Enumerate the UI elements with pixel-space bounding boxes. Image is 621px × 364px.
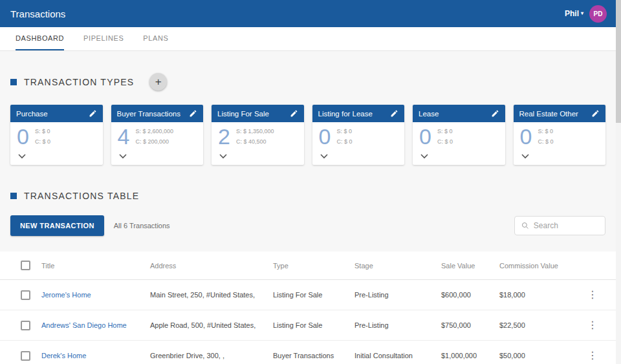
pencil-icon: [390, 109, 398, 118]
column-header-address: Address: [145, 252, 268, 280]
type-card-listing-for-lease: Listing for Lease 0 S: $ 0 C: $ 0: [312, 105, 405, 165]
card-body: 4 S: $ 2,600,000 C: $ 200,000: [111, 122, 204, 165]
cell-sale-value: $750,000: [436, 310, 494, 341]
commission-total: C: $ 0: [336, 138, 352, 145]
commission-total: C: $ 0: [538, 138, 553, 145]
kebab-icon: ⋮: [587, 319, 598, 330]
expand-card-button[interactable]: [18, 154, 26, 159]
cell-sale-value: $600,000: [436, 280, 494, 310]
column-header-type: Type: [268, 252, 349, 280]
type-values: S: $ 0 C: $ 0: [35, 127, 50, 147]
card-title: Purchase: [16, 110, 48, 118]
tab-dashboard[interactable]: DASHBOARD: [16, 27, 64, 50]
table-header-row: Title Address Type Stage Sale Value Comm…: [0, 252, 616, 280]
search-input[interactable]: [534, 221, 598, 230]
page: Transactions Phil ▾ PD DASHBOARD PIPELIN…: [0, 0, 616, 364]
kebab-icon: ⋮: [587, 289, 598, 300]
transaction-title-link[interactable]: Jerome's Home: [41, 291, 91, 299]
sale-total: S: $ 0: [538, 128, 553, 134]
edit-button[interactable]: [491, 109, 499, 118]
sale-total: S: $ 0: [336, 128, 352, 134]
type-values: S: $ 0 C: $ 0: [336, 127, 352, 147]
transaction-types-header: TRANSACTION TYPES +: [0, 51, 616, 91]
commission-total: C: $ 200,000: [135, 138, 169, 145]
sale-total: S: $ 0: [437, 128, 453, 134]
transactions-table-header: TRANSACTIONS TABLE: [0, 165, 616, 201]
scrollbar-thumb[interactable]: [616, 0, 621, 123]
expand-card-button[interactable]: [521, 154, 529, 159]
commission-total: C: $ 40,500: [236, 138, 267, 145]
cell-stage: Initial Consultation: [349, 341, 436, 364]
transaction-types-title: TRANSACTION TYPES: [24, 77, 134, 87]
cell-type: Listing For Sale: [268, 310, 349, 341]
type-values: S: $ 0 C: $ 0: [538, 127, 553, 147]
table-row: Derek's Home Greenbrier Drive, 300, , Bu…: [0, 341, 616, 364]
avatar[interactable]: PD: [589, 5, 607, 23]
transaction-title-link[interactable]: Andrews' San Diego Home: [41, 321, 127, 329]
transactions-table: Title Address Type Stage Sale Value Comm…: [0, 252, 616, 364]
edit-button[interactable]: [89, 109, 97, 118]
cell-address: Apple Road, 500, #United States,: [145, 310, 268, 341]
app-bar: Transactions Phil ▾ PD: [0, 0, 616, 27]
card-body: 0 S: $ 0 C: $ 0: [514, 122, 606, 165]
type-count: 0: [419, 124, 431, 149]
card-header: Listing For Sale: [212, 105, 304, 122]
chevron-down-icon: [320, 154, 328, 159]
sale-total: S: $ 2,600,000: [135, 128, 173, 134]
type-count: 0: [17, 124, 29, 149]
row-menu-button[interactable]: ⋮: [585, 350, 600, 361]
card-title: Buyer Transactions: [117, 110, 180, 118]
search-icon: [521, 221, 529, 230]
transactions-table-title: TRANSACTIONS TABLE: [24, 191, 139, 201]
card-body: 0 S: $ 0 C: $ 0: [10, 122, 103, 165]
section-bullet: [10, 193, 17, 199]
table-toolbar: NEW TRANSACTION All 6 Transactions: [0, 215, 616, 236]
row-menu-button[interactable]: ⋮: [585, 320, 600, 330]
edit-button[interactable]: [189, 109, 197, 118]
type-values: S: $ 2,600,000 C: $ 200,000: [135, 127, 173, 147]
card-header: Buyer Transactions: [111, 105, 204, 122]
cell-commission-value: $50,000: [494, 341, 580, 364]
user-menu[interactable]: Phil ▾: [565, 9, 583, 18]
card-title: Real Estate Other: [519, 110, 578, 118]
cell-type: Buyer Transactions: [268, 341, 349, 364]
type-card-real-estate-other: Real Estate Other 0 S: $ 0 C: $ 0: [514, 105, 606, 165]
tab-plans[interactable]: PLANS: [143, 27, 168, 50]
pencil-icon: [89, 109, 97, 118]
type-card-listing-for-sale: Listing For Sale 2 S: $ 1,350,000 C: $ 4…: [212, 105, 304, 165]
row-checkbox[interactable]: [21, 321, 30, 330]
select-all-checkbox[interactable]: [21, 261, 30, 270]
expand-card-button[interactable]: [420, 154, 428, 159]
commission-total: C: $ 0: [437, 138, 453, 145]
page-title: Transactions: [10, 8, 65, 19]
row-checkbox[interactable]: [21, 290, 30, 300]
edit-button[interactable]: [290, 109, 298, 118]
expand-card-button[interactable]: [320, 154, 328, 159]
edit-button[interactable]: [591, 109, 600, 118]
type-card-lease: Lease 0 S: $ 0 C: $ 0: [413, 105, 505, 165]
transaction-type-cards: Purchase 0 S: $ 0 C: $ 0: [0, 105, 616, 165]
tab-bar: DASHBOARD PIPELINES PLANS: [0, 27, 616, 51]
type-values: S: $ 1,350,000 C: $ 40,500: [236, 127, 274, 147]
edit-button[interactable]: [390, 109, 398, 118]
expand-card-button[interactable]: [119, 154, 127, 159]
card-header: Real Estate Other: [514, 105, 606, 122]
section-bullet: [10, 79, 17, 85]
content: TRANSACTION TYPES + Purchase 0 S: [0, 51, 616, 364]
pencil-icon: [290, 109, 298, 118]
transaction-title-link[interactable]: Derek's Home: [41, 352, 86, 359]
sale-total: S: $ 0: [35, 128, 50, 134]
app-bar-right: Phil ▾ PD: [565, 5, 607, 23]
cell-address: Greenbrier Drive, 300, ,: [145, 341, 268, 364]
type-count: 2: [218, 124, 230, 149]
scrollbar[interactable]: [616, 0, 621, 364]
card-header: Lease: [413, 105, 505, 122]
new-transaction-button[interactable]: NEW TRANSACTION: [10, 215, 104, 236]
cell-stage: Pre-Listing: [349, 310, 436, 341]
row-checkbox[interactable]: [21, 351, 30, 361]
tab-pipelines[interactable]: PIPELINES: [83, 27, 124, 50]
expand-card-button[interactable]: [219, 154, 227, 159]
add-transaction-type-button[interactable]: +: [149, 73, 167, 91]
caret-down-icon: ▾: [581, 11, 583, 16]
row-menu-button[interactable]: ⋮: [585, 290, 600, 300]
